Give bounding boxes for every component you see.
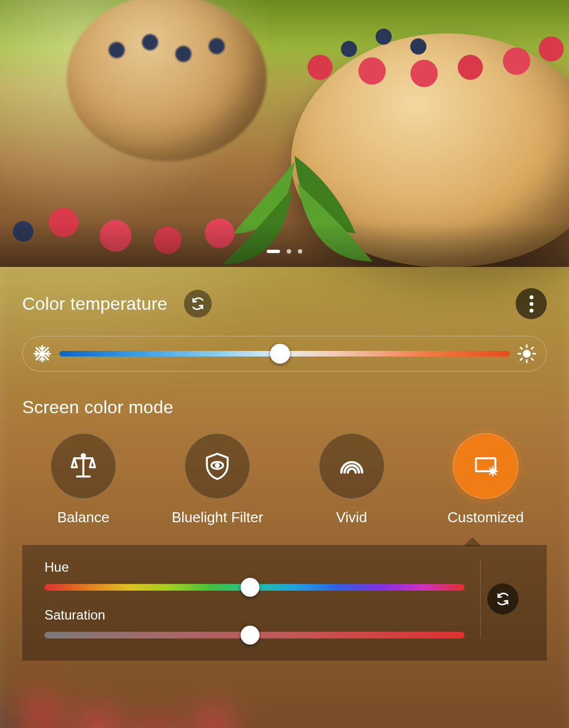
svg-point-4 bbox=[523, 350, 530, 356]
rainbow-icon bbox=[336, 450, 367, 482]
preview-image[interactable] bbox=[0, 0, 569, 267]
color-temperature-track[interactable] bbox=[59, 351, 510, 356]
color-temperature-slider[interactable] bbox=[22, 336, 547, 372]
color-temperature-header: Color temperature bbox=[22, 288, 547, 319]
scales-icon bbox=[68, 450, 99, 482]
svg-line-25 bbox=[490, 468, 491, 469]
hue-label: Hue bbox=[44, 559, 465, 575]
reset-customized-button[interactable] bbox=[487, 583, 518, 615]
mode-option-vivid[interactable]: Vivid bbox=[296, 433, 407, 526]
saturation-label: Saturation bbox=[44, 607, 465, 623]
refresh-icon bbox=[496, 592, 510, 606]
pager-indicator-active bbox=[267, 250, 280, 253]
mode-option-customized[interactable]: Customized bbox=[430, 433, 541, 526]
svg-line-27 bbox=[490, 473, 491, 474]
svg-line-10 bbox=[532, 359, 533, 360]
svg-point-18 bbox=[216, 464, 219, 467]
reset-temperature-button[interactable] bbox=[184, 290, 212, 318]
screen-color-mode-options: Balance Bluelight Filter bbox=[22, 433, 547, 526]
refresh-icon bbox=[191, 296, 205, 311]
hue-slider[interactable] bbox=[44, 584, 465, 591]
customized-subpanel: Hue Saturation bbox=[22, 545, 547, 661]
svg-point-15 bbox=[82, 454, 85, 457]
mode-label: Bluelight Filter bbox=[172, 509, 263, 526]
svg-line-26 bbox=[495, 473, 496, 474]
snowflake-icon bbox=[33, 344, 52, 363]
pager-indicator bbox=[287, 249, 291, 254]
controls-panel: Color temperature bbox=[0, 267, 569, 728]
display-settings-screen: Color temperature bbox=[0, 0, 569, 728]
svg-line-9 bbox=[521, 348, 522, 349]
shield-eye-icon bbox=[202, 450, 233, 482]
svg-line-11 bbox=[521, 359, 522, 360]
svg-line-28 bbox=[495, 468, 496, 469]
subpanel-pointer bbox=[463, 537, 481, 546]
pager-indicator bbox=[298, 249, 302, 254]
saturation-thumb[interactable] bbox=[241, 626, 259, 645]
hue-thumb[interactable] bbox=[241, 578, 259, 597]
screen-color-mode-title: Screen color mode bbox=[22, 397, 547, 418]
svg-line-12 bbox=[532, 348, 533, 349]
overflow-menu-button[interactable] bbox=[516, 288, 547, 319]
mode-option-bluelight[interactable]: Bluelight Filter bbox=[162, 433, 273, 526]
saturation-slider[interactable] bbox=[44, 632, 465, 638]
sun-icon bbox=[517, 344, 536, 363]
more-vertical-icon bbox=[530, 295, 533, 313]
preview-pager[interactable] bbox=[0, 249, 569, 254]
color-temperature-title: Color temperature bbox=[22, 294, 167, 314]
mode-label: Vivid bbox=[336, 509, 367, 526]
mode-label: Customized bbox=[447, 509, 523, 526]
color-temperature-thumb[interactable] bbox=[270, 344, 290, 364]
mode-option-balance[interactable]: Balance bbox=[28, 433, 139, 526]
display-gear-icon bbox=[470, 450, 501, 482]
mode-label: Balance bbox=[57, 509, 109, 526]
